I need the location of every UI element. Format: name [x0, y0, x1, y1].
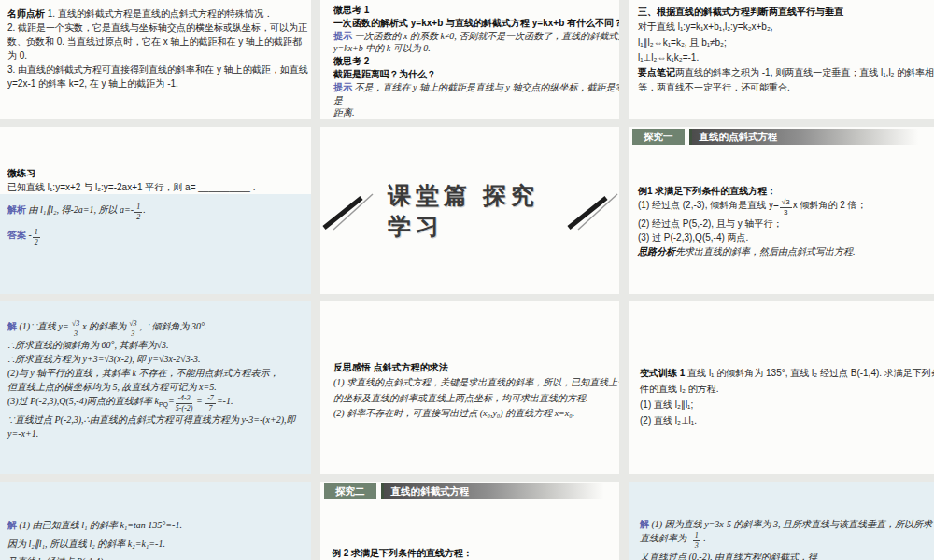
text-segment: 不是，直线在 y 轴上的截距是直线与 y 轴交点的纵坐标，截距是实数而不	[352, 82, 619, 92]
text-line: 例 2 求满足下列条件的直线方程：	[332, 546, 608, 560]
variation-training-panel[interactable]: 变式训练 1 直线 l₁ 的倾斜角为 135°, 直线 l₂ 经过点 B(-1,…	[629, 301, 934, 474]
text-segment: 解	[7, 520, 17, 530]
text-segment: 直线 l₁ 的倾斜角为 135°, 直线 l₂ 经过点 B(-1,4). 求满足…	[685, 368, 934, 378]
text-line: 解析 由 l₁∥l₂, 得-2a=1, 所以 a=-12.	[7, 203, 304, 221]
text-line: 但直线上点的横坐标均为 5, 故直线方程可记为 x=5.	[7, 380, 304, 394]
example1-solution-panel[interactable]: 解 (1)∵直线 y=√33x 的斜率为√33, ∴倾斜角为 30°.∴所求直线…	[0, 301, 311, 474]
text-line: 数、负数和 0. 当直线过原点时，它在 x 轴上的截距和在 y 轴上的截距都	[7, 35, 304, 49]
parallel-perpendicular-notes-text: 三、根据直线的斜截式方程判断两直线平行与垂直对于直线 l₁:y=k₁x+b₁,l…	[638, 5, 925, 96]
fraction: √33	[780, 199, 792, 217]
text-line: 解 (1)∵直线 y=√33x 的斜率为√33, ∴倾斜角为 30°.	[7, 319, 304, 338]
text-segment: l₁⊥l₂⇔k₁k₂=-1.	[638, 52, 699, 63]
document-grid: 名师点析 1. 直线的斜截式方程是直线的点斜式方程的特殊情况．2. 截距是一个实…	[0, 0, 934, 560]
micro-think-panel[interactable]: 微思考 1一次函数的解析式 y=kx+b 与直线的斜截式方程 y=kx+b 有什…	[320, 0, 619, 119]
text-segment: 点斜式方程的求法	[374, 362, 448, 372]
text-segment: 由 l₁∥l₂, 得-2a=1, 所以 a=-	[26, 204, 134, 215]
text-segment: -	[26, 230, 32, 240]
example1-solution-text: 解 (1)∵直线 y=√33x 的斜率为√33, ∴倾斜角为 30°.∴所求直线…	[7, 319, 304, 441]
example2-solution-panel[interactable]: 解 (1) 因为直线 y=3x-5 的斜率为 3, 且所求直线与该直线垂直，所以…	[629, 482, 934, 560]
text-line: 微思考 1	[333, 4, 606, 17]
text-segment: ∴所求直线的倾斜角为 60°, 其斜率为√3.	[7, 340, 168, 350]
text-segment: 微练习	[7, 168, 35, 178]
micro-practice-panel[interactable]: 微练习已知直线 l₁:y=x+2 与 l₂:y=-2ax+1 平行，则 a= _…	[0, 127, 311, 294]
text-line: y=2x-1 的斜率 k=2, 在 y 轴上的截距为 -1.	[7, 77, 304, 91]
text-segment: 微思考 1	[333, 5, 369, 15]
micro-practice-solution-box: 解析 由 l₁∥l₂, 得-2a=1, 所以 a=-12.答案 -12	[0, 194, 311, 294]
text-segment: 解析	[7, 204, 26, 215]
text-segment: ∵直线过点 P(-2,3),∴由直线的点斜式方程可得直线方程为 y-3=-(x+…	[7, 414, 296, 425]
inquiry1-banner: 探究一 直线的点斜式方程	[632, 129, 930, 145]
text-segment: (3)过 P(-2,3),Q(5,-4)两点的直线斜率 k	[7, 396, 159, 406]
text-segment: 思路分析	[638, 246, 675, 257]
text-line: 答案 -12	[7, 228, 304, 246]
text-line: 名师点析 1. 直线的斜截式方程是直线的点斜式方程的特殊情况．	[7, 7, 304, 21]
text-segment: (1) 因为直线 y=3x-5 的斜率为 3, 且所求直线与该直线垂直，所以所求	[649, 519, 932, 529]
fraction: 12	[33, 229, 40, 246]
teacher-notes-panel[interactable]: 名师点析 1. 直线的斜截式方程是直线的点斜式方程的特殊情况．2. 截距是一个实…	[0, 0, 311, 119]
section-divider-panel[interactable]: 课堂篇 探究学习	[320, 127, 619, 294]
text-line: 三、根据直线的斜截式方程判断两直线平行与垂直	[638, 5, 925, 20]
text-segment: 一次函数的 x 的系数 k≠0, 否则就不是一次函数了；直线的斜截式方程	[352, 31, 619, 41]
text-line: 提示 不是，直线在 y 轴上的截距是直线与 y 轴交点的纵坐标，截距是实数而不	[333, 81, 606, 94]
text-segment: (2) 斜率不存在时，可直接写出过点 (x₀,y₀) 的直线方程 x=x₀.	[333, 408, 574, 418]
text-segment: 截距是距离吗？为什么？	[333, 69, 436, 79]
text-line: 等，两直线不一定平行，还可能重合.	[638, 80, 925, 95]
text-segment: 例1 求满足下列条件的直线方程：	[638, 186, 776, 196]
text-line: 件的直线 l₂ 的方程.	[640, 381, 923, 397]
micro-practice-question: 微练习已知直线 l₁:y=x+2 与 l₂:y=-2ax+1 平行，则 a= _…	[0, 127, 311, 194]
inquiry1-label: 探究一	[632, 129, 685, 145]
text-segment: 直线斜率为 -	[640, 533, 692, 543]
variation-training-text: 变式训练 1 直线 l₁ 的倾斜角为 135°, 直线 l₂ 经过点 B(-1,…	[640, 365, 923, 428]
text-segment: 先求出直线的斜率，然后由点斜式写出方程.	[675, 246, 856, 257]
reflection-panel[interactable]: 反思感悟 点斜式方程的求法(1) 求直线的点斜式方程，关键是求出直线的斜率，所以…	[320, 301, 619, 474]
text-line: (2) 斜率不存在时，可直接写出过点 (x₀,y₀) 的直线方程 x=x₀.	[333, 406, 606, 421]
inquiry1-panel[interactable]: 探究一 直线的点斜式方程 例1 求满足下列条件的直线方程：(1) 经过点 (2,…	[629, 127, 934, 294]
text-line: 解 (1) 由已知直线 l₁ 的斜率 k₁=tan 135°=-1.	[7, 516, 304, 535]
micro-think-text: 微思考 1一次函数的解析式 y=kx+b 与直线的斜截式方程 y=kx+b 有什…	[333, 4, 606, 119]
text-line: 为 0.	[7, 49, 304, 63]
text-line: 3. 由直线的斜截式方程可直接得到直线的斜率和在 y 轴上的截距，如直线	[7, 63, 304, 77]
text-segment: (2) 直线 l₂⊥l₁.	[640, 415, 697, 426]
text-segment: 1. 直线的斜截式方程是直线的点斜式方程的特殊情况．	[48, 8, 273, 19]
text-line: 要点笔记两直线的斜率之积为 -1, 则两直线一定垂直；直线 l₁,l₂ 的斜率相	[638, 65, 925, 80]
text-line: (3) 过 P(-2,3),Q(5,-4) 两点.	[638, 231, 925, 245]
text-segment: 提示	[333, 82, 352, 92]
inquiry2-label: 探究二	[324, 483, 376, 499]
example2-solution-text: 解 (1) 因为直线 y=3x-5 的斜率为 3, 且所求直线与该直线垂直，所以…	[640, 517, 923, 560]
text-line: (3)过 P(-2,3),Q(5,-4)两点的直线斜率 kPQ=-4-35-(-…	[7, 394, 304, 413]
variation1-solution-panel[interactable]: 解 (1) 由已知直线 l₁ 的斜率 k₁=tan 135°=-1.因为 l₂∥…	[0, 482, 311, 560]
text-line: 又直线 l₂ 经过点 B(-1,4),	[7, 553, 304, 560]
text-segment: 又直线过点 (0,-2), 由直线方程的斜截式，得	[640, 552, 817, 560]
text-segment: 反思感悟	[333, 362, 374, 372]
text-segment: 例 2 求满足下列条件的直线方程：	[332, 548, 473, 558]
text-segment: 三、根据直线的斜截式方程判断两直线平行与垂直	[638, 7, 843, 17]
text-segment: x 的斜率为	[82, 321, 126, 331]
text-segment: 3. 由直线的斜截式方程可直接得到直线的斜率和在 y 轴上的截距，如直线	[7, 64, 308, 75]
text-segment: 解	[640, 519, 649, 529]
text-segment: 提示	[333, 31, 352, 41]
text-segment: (1) 直线 l₂∥l₁;	[640, 399, 693, 410]
text-segment: 的坐标及直线的斜率或直线上两点坐标，均可求出直线的方程.	[333, 393, 588, 403]
text-segment: 又直线 l₂ 经过点 B(-1,4),	[7, 556, 106, 560]
example1-text: 例1 求满足下列条件的直线方程：(1) 经过点 (2,-3), 倾斜角是直线 y…	[629, 184, 934, 259]
reflection-text: 反思感悟 点斜式方程的求法(1) 求直线的点斜式方程，关键是求出直线的斜率，所以…	[333, 360, 606, 421]
text-segment: 两直线的斜率之积为 -1, 则两直线一定垂直；直线 l₁,l₂ 的斜率相	[675, 67, 934, 77]
text-line: (2) 经过点 P(5,-2), 且与 y 轴平行；	[638, 217, 925, 231]
text-segment: (1)∵直线 y=	[17, 321, 69, 331]
text-line: 对于直线 l₁:y=k₁x+b₁,l₂:y=k₂x+b₂,	[638, 20, 925, 35]
text-segment: PQ	[159, 401, 168, 408]
text-line: y=-x+1.	[7, 427, 304, 441]
text-segment: 为 0.	[7, 50, 27, 61]
variation1-solution-text: 解 (1) 由已知直线 l₁ 的斜率 k₁=tan 135°=-1.因为 l₂∥…	[7, 516, 304, 560]
pen-stroke-icon	[565, 190, 619, 231]
text-segment: 已知直线 l₁:y=x+2 与 l₂:y=-2ax+1 平行，则 a= ____…	[7, 182, 255, 192]
text-line: (1) 求直线的点斜式方程，关键是求出直线的斜率，所以，已知直线上一点	[333, 375, 606, 390]
inquiry2-panel[interactable]: 探究二 直线的斜截式方程 例 2 求满足下列条件的直线方程：	[320, 482, 619, 560]
text-segment: 因为 l₂∥l₁, 所以直线 l₂ 的斜率 k₂=k₁=-1.	[7, 539, 165, 549]
text-line: y=kx+b 中的 k 可以为 0.	[333, 42, 606, 55]
text-line: 微思考 2	[333, 55, 606, 68]
text-segment: 是	[333, 95, 343, 105]
parallel-perpendicular-notes-panel[interactable]: 三、根据直线的斜截式方程判断两直线平行与垂直对于直线 l₁:y=k₁x+b₁,l…	[629, 0, 934, 119]
text-segment: (3) 过 P(-2,3),Q(5,-4) 两点.	[638, 232, 748, 243]
example2-text: 例 2 求满足下列条件的直线方程：	[320, 546, 619, 560]
